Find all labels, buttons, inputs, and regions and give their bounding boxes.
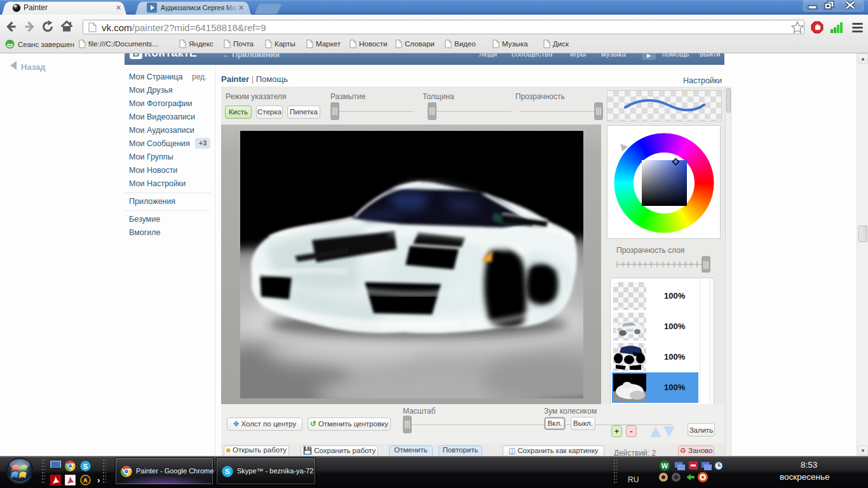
svg-text:W: W	[661, 462, 668, 470]
svg-text:S: S	[225, 467, 230, 475]
svg-text:B: B	[133, 53, 140, 58]
svg-text:S: S	[83, 463, 88, 470]
